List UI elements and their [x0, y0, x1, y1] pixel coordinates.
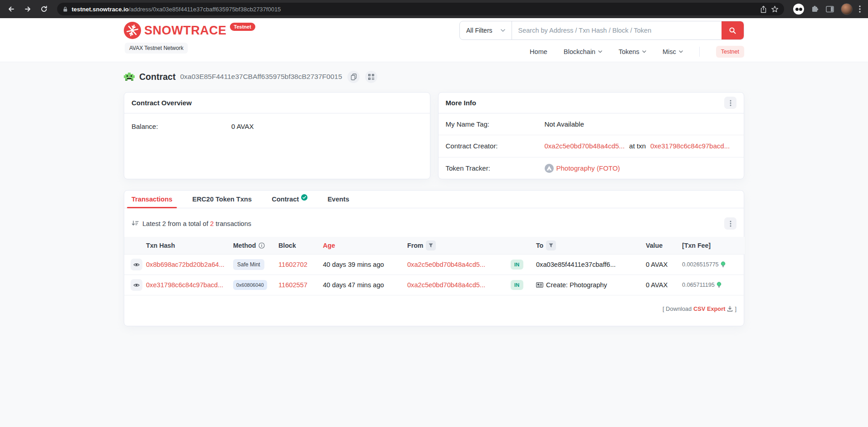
col-header-age[interactable]: Age: [323, 237, 407, 255]
to-address: 0xa03e85f4411e37cbaff6...: [536, 261, 616, 268]
creator-at-txn-text: at txn: [629, 142, 646, 150]
browser-back-button[interactable]: [5, 2, 18, 16]
filter-funnel-icon: [429, 243, 433, 248]
nav-home[interactable]: Home: [530, 48, 547, 55]
browser-profile-avatar[interactable]: [841, 3, 853, 15]
tab-transactions[interactable]: Transactions: [131, 191, 173, 208]
token-logo-icon: [545, 164, 554, 173]
tx-summary-text: Latest 2 from a total of 2 transactions: [142, 220, 251, 227]
from-address-link[interactable]: 0xa2c5e0bd70b48a4cd5...: [407, 261, 485, 268]
chevron-down-icon: [679, 50, 683, 53]
name-tag-value: Not Available: [545, 120, 584, 128]
tx-preview-button[interactable]: [131, 279, 142, 291]
page-title-row: Contract 0xa03E85F4411e37CBAff635975bf38…: [124, 69, 744, 85]
kebab-menu-icon: [730, 100, 731, 106]
txn-hash-link[interactable]: 0x8b698ac72bd20b2a64...: [146, 261, 224, 268]
transactions-table: Txn Hash Method Block Age From To Value …: [124, 237, 745, 295]
col-header-value: Value: [646, 237, 682, 255]
tab-contract[interactable]: Contract: [271, 191, 308, 208]
search-input[interactable]: [512, 21, 722, 39]
balance-label: Balance:: [132, 123, 231, 130]
creation-txn-link[interactable]: 0xe31798c6c84c97bacd...: [650, 142, 730, 150]
filter-funnel-icon: [549, 243, 553, 248]
side-panel-icon[interactable]: [826, 5, 834, 13]
txn-hash-link[interactable]: 0xe31798c6c84c97bacd...: [146, 281, 223, 289]
overview-card-title: Contract Overview: [132, 99, 192, 107]
download-icon: [727, 306, 733, 312]
verified-check-icon: [301, 194, 307, 201]
share-icon[interactable]: [760, 5, 767, 13]
block-link[interactable]: 11602702: [278, 261, 307, 268]
info-icon[interactable]: [258, 242, 265, 249]
nav-divider: [699, 47, 700, 57]
token-tracker-label: Token Tracker:: [446, 164, 545, 172]
browser-menu-kebab-icon[interactable]: [859, 5, 861, 13]
nav-blockchain[interactable]: Blockchain: [564, 48, 602, 55]
col-header-txn-hash: Txn Hash: [146, 237, 233, 255]
extensions-puzzle-icon[interactable]: [810, 5, 819, 14]
qr-code-button[interactable]: [365, 71, 377, 83]
col-header-from: From: [407, 237, 511, 255]
token-tracker-link[interactable]: Photography (FOTO): [556, 164, 620, 172]
chevron-down-icon: [598, 50, 602, 53]
tab-erc20-token-txns[interactable]: ERC20 Token Txns: [191, 191, 253, 208]
browser-reload-button[interactable]: [37, 2, 51, 16]
from-address-link[interactable]: 0xa2c5e0bd70b48a4cd5...: [407, 281, 485, 289]
copy-address-button[interactable]: [347, 71, 360, 83]
contract-blockie-avatar: [124, 71, 135, 82]
name-tag-row: My Name Tag: Not Available: [439, 113, 744, 135]
extension-avatar-icon[interactable]: [793, 4, 804, 15]
creator-address-link[interactable]: 0xa2c5e0bd70b48a4cd5...: [545, 142, 625, 150]
from-filter-button[interactable]: [426, 240, 436, 250]
csv-export-link[interactable]: CSV Export: [693, 305, 733, 312]
search-button[interactable]: [722, 21, 744, 39]
transactions-card: Transactions ERC20 Token Txns Contract E…: [124, 190, 744, 326]
browser-toolbar-right: [790, 3, 863, 15]
address-bar[interactable]: testnet.snowtrace.io/address/0xa03e85f44…: [57, 3, 784, 15]
gas-lightbulb-icon: [717, 282, 722, 288]
logo-wordmark[interactable]: SNOWTRACE: [144, 24, 227, 38]
chevron-down-icon: [501, 29, 505, 32]
main-nav: Home Blockchain Tokens Misc Testnet: [530, 46, 744, 58]
nav-testnet-badge[interactable]: Testnet: [716, 46, 744, 58]
snowtrace-logo-icon[interactable]: [124, 22, 141, 39]
balance-value: 0 AVAX: [231, 123, 254, 130]
logo-testnet-badge: Testnet: [230, 23, 255, 31]
network-badge: AVAX Testnet Network: [125, 43, 188, 54]
contract-overview-card: Contract Overview Balance: 0 AVAX: [124, 92, 430, 179]
kebab-menu-icon: [730, 221, 731, 227]
name-tag-label: My Name Tag:: [446, 120, 545, 128]
tx-options-button[interactable]: [724, 217, 736, 230]
search-icon: [729, 27, 736, 34]
search-filter-select[interactable]: All Filters: [460, 21, 512, 39]
tab-events[interactable]: Events: [327, 191, 350, 208]
browser-forward-button[interactable]: [21, 2, 34, 16]
method-badge: 0x60806040: [233, 280, 267, 290]
nav-tokens[interactable]: Tokens: [619, 48, 646, 55]
bookmark-star-icon[interactable]: [771, 5, 779, 13]
tx-preview-button[interactable]: [131, 259, 142, 270]
txn-fee-value: 0.0026515775: [682, 261, 719, 268]
sort-icon: [132, 221, 139, 226]
more-info-menu-button[interactable]: [724, 97, 736, 109]
contract-creation-icon: [536, 282, 543, 288]
block-link[interactable]: 11602557: [278, 281, 307, 289]
col-header-eye: [124, 237, 146, 255]
eye-icon: [133, 283, 140, 287]
reload-icon: [40, 5, 48, 13]
search-filter-label: All Filters: [466, 27, 493, 34]
eye-icon: [133, 263, 140, 267]
page-title: Contract: [139, 72, 176, 82]
tabs-row: Transactions ERC20 Token Txns Contract E…: [124, 191, 744, 208]
col-header-to: To: [536, 237, 646, 255]
to-filter-button[interactable]: [546, 240, 556, 250]
contract-creator-row: Contract Creator: 0xa2c5e0bd70b48a4cd5..…: [439, 135, 744, 157]
tx-summary-row: Latest 2 from a total of 2 transactions: [124, 208, 744, 237]
forward-arrow-icon: [24, 5, 31, 13]
age-value: 40 days 39 mins ago: [323, 261, 384, 268]
csv-suffix: ]: [735, 305, 736, 312]
nav-misc[interactable]: Misc: [663, 48, 683, 55]
col-header-block: Block: [278, 237, 323, 255]
site-header: SNOWTRACE Testnet AVAX Testnet Network A…: [0, 18, 868, 62]
csv-export-row: [ Download CSV Export ]: [124, 295, 744, 315]
